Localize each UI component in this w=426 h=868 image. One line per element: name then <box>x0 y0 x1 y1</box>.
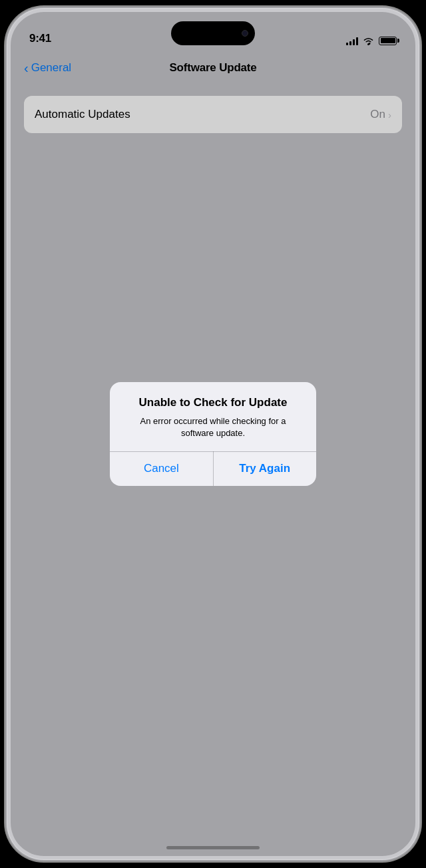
phone-frame: 9:41 <box>7 8 419 860</box>
try-again-button[interactable]: Try Again <box>213 451 316 486</box>
screen: 9:41 <box>11 12 415 856</box>
alert-content: Unable to Check for Update An error occu… <box>110 382 316 451</box>
alert-message: An error occurred while checking for a s… <box>123 415 303 439</box>
alert-dialog: Unable to Check for Update An error occu… <box>110 382 316 487</box>
alert-overlay: Unable to Check for Update An error occu… <box>11 12 415 856</box>
alert-title: Unable to Check for Update <box>123 395 303 410</box>
cancel-button[interactable]: Cancel <box>110 451 213 486</box>
alert-buttons: Cancel Try Again <box>110 451 316 486</box>
